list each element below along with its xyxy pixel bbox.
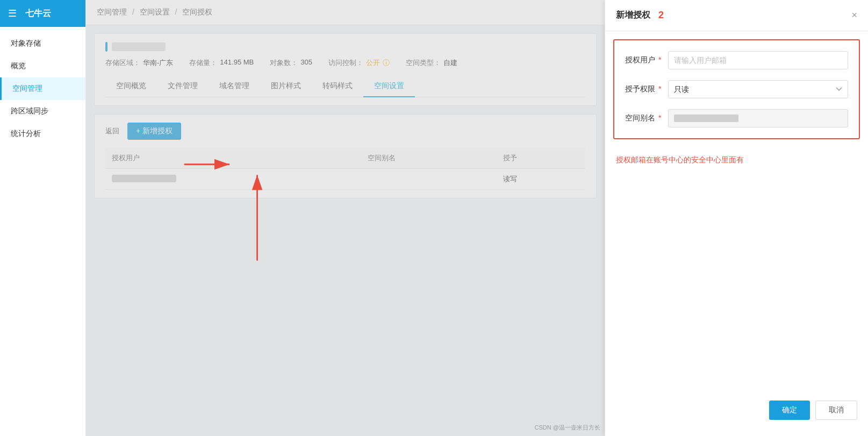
form-label-user: 授权用户 * [625, 55, 668, 65]
form-row-alias: 空间别名 * [625, 109, 848, 127]
alias-input [668, 109, 848, 127]
panel-step-badge: 2 [658, 10, 664, 21]
sidebar-item-overview[interactable]: 概览 [0, 55, 85, 77]
panel-form: 授权用户 * 授予权限 * 只读 读写 空间别名 * [613, 39, 860, 139]
sidebar: ☰ 七牛云 对象存储 概览 空间管理 跨区域同步 统计分析 [0, 0, 86, 436]
user-email-input[interactable] [668, 51, 848, 69]
right-panel: 新增授权 2 × 授权用户 * 授予权限 * 只读 读写 [605, 0, 868, 436]
main-content: 空间管理 / 空间设置 / 空间授权 存储区域： 华南-广东 存储量： 141.… [86, 0, 605, 436]
hamburger-icon[interactable]: ☰ [8, 8, 17, 19]
panel-help-text: 授权邮箱在账号中心的安全中心里面有 [605, 147, 868, 173]
sidebar-item-object-storage[interactable]: 对象存储 [0, 32, 85, 55]
form-label-alias: 空间别名 * [625, 113, 668, 123]
alias-value-blurred [674, 115, 738, 122]
sidebar-item-statistics[interactable]: 统计分析 [0, 123, 85, 145]
form-row-permission: 授予权限 * 只读 读写 [625, 80, 848, 98]
sidebar-nav: 对象存储 概览 空间管理 跨区域同步 统计分析 [0, 27, 85, 145]
csdn-watermark: CSDN @温一壶米日方长 [535, 424, 600, 432]
form-row-user: 授权用户 * [625, 51, 848, 69]
cancel-button[interactable]: 取消 [815, 401, 857, 420]
sidebar-header: ☰ 七牛云 [0, 0, 85, 27]
form-label-permission: 授予权限 * [625, 84, 668, 94]
sidebar-item-cross-region[interactable]: 跨区域同步 [0, 100, 85, 123]
permission-select[interactable]: 只读 读写 [668, 80, 848, 98]
overlay [86, 0, 605, 436]
sidebar-logo-text: 七牛云 [25, 8, 51, 19]
sidebar-item-space-management[interactable]: 空间管理 [0, 77, 85, 100]
panel-header: 新增授权 2 × [605, 0, 868, 31]
panel-title: 新增授权 [616, 10, 650, 21]
close-icon[interactable]: × [851, 10, 857, 21]
panel-footer: 确定 取消 [769, 401, 857, 420]
confirm-button[interactable]: 确定 [769, 401, 810, 420]
